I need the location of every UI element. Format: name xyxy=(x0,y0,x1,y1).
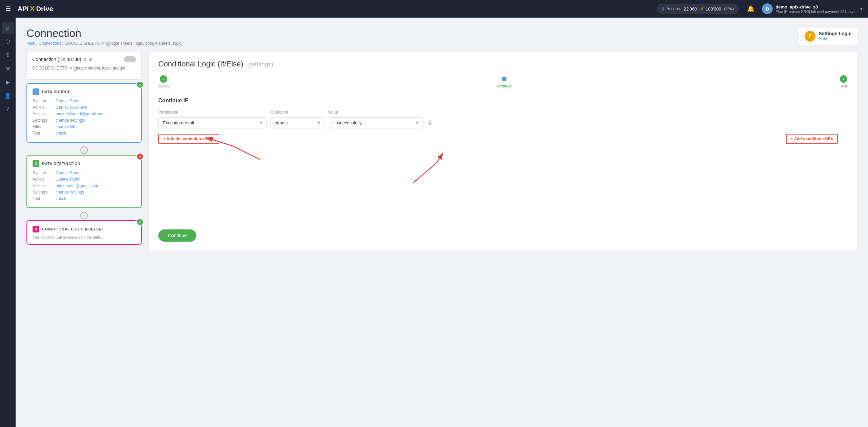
add-or-button[interactable]: + Add condition «OR» xyxy=(786,134,838,144)
left-panel: Connection (ID: 48730) ⧉ ⚙ GOOGLE SHEETS… xyxy=(26,51,142,250)
source-system-row: System Google Sheets xyxy=(33,99,136,103)
dest-settings-row: Settings change settings xyxy=(33,190,136,195)
copy-icon[interactable]: ⧉ xyxy=(83,57,86,62)
parameter-value: Execution result xyxy=(163,120,194,125)
top-navigation: ☰ API X Drive ℹ Actions: 22'060 of 100'0… xyxy=(0,0,868,18)
block-number-1: 1 xyxy=(33,88,39,95)
delete-condition-icon[interactable]: 🗑 xyxy=(428,119,434,126)
sidebar-item-media[interactable]: ▶ xyxy=(2,76,14,88)
dest-settings-value[interactable]: change settings xyxy=(56,190,84,195)
value-text: Unsuccessfully xyxy=(332,120,362,125)
dest-action-row: Action Update ROW xyxy=(33,177,136,182)
continue-button[interactable]: Continue xyxy=(158,229,196,242)
avatar: D xyxy=(762,3,773,14)
connection-title: Connection (ID: 48730) ⧉ ⚙ xyxy=(32,57,93,62)
settings-logic-button[interactable]: ? Settings Logic Help xyxy=(799,27,857,45)
stepper-test-label: Test xyxy=(840,84,847,88)
plus-connector-1: + xyxy=(26,145,142,155)
block-dest-rows: System Google Sheets Action Update ROW A… xyxy=(33,170,136,201)
logic-description: This condition will be triggered if the … xyxy=(33,235,136,239)
dest-system-value[interactable]: Google Sheets xyxy=(56,170,82,175)
actions-label: Actions: xyxy=(667,6,681,11)
source-filter-row: Filter change filter xyxy=(33,124,136,129)
stepper-settings-label: Settings xyxy=(497,84,512,88)
source-access-value[interactable]: maverickandrii@gmail.com xyxy=(56,111,104,116)
user-plan: Plan |Premium PRO| left until payment 26… xyxy=(775,9,855,14)
settings-logic-text: Settings Logic Help xyxy=(819,31,851,41)
add-and-button[interactable]: + Add the condition «And» xyxy=(158,134,219,144)
dest-access-row: Access riddleandrii@gmail.com xyxy=(33,183,136,188)
section-title: Continue IF xyxy=(158,98,847,104)
parameter-dropdown[interactable]: Execution result ▾ xyxy=(158,117,267,128)
stepper-action: ✓ Action xyxy=(158,75,169,88)
connection-subtitle: GOOGLE SHEETS -> (google sheets, logic, … xyxy=(32,66,136,70)
actions-used: 22'060 xyxy=(684,6,697,12)
page-header: Connection Main / Connections / GOOGLE S… xyxy=(26,27,857,46)
logo-x-text: X xyxy=(30,4,35,13)
source-filter-value[interactable]: change filter xyxy=(56,124,78,129)
user-menu-chevron-icon[interactable]: ▾ xyxy=(860,6,863,12)
source-test-value[interactable]: check xyxy=(56,131,66,136)
parameter-header: Parameter xyxy=(158,110,267,115)
stepper: ✓ Action Settings ✓ Test xyxy=(158,75,847,88)
operation-header: Operation xyxy=(270,110,324,115)
dest-access-value[interactable]: riddleandrii@gmail.com xyxy=(56,183,98,188)
menu-toggle[interactable]: ☰ xyxy=(5,5,11,13)
add-block-1-button[interactable]: + xyxy=(80,146,88,154)
notifications-bell-icon[interactable]: 🔔 xyxy=(747,5,754,13)
stepper-settings: Settings xyxy=(497,75,512,88)
sidebar-item-tools[interactable]: ⚒ xyxy=(2,62,14,75)
operation-chevron-icon: ▾ xyxy=(318,120,320,125)
stepper-test-dot: ✓ xyxy=(840,75,847,83)
sidebar-item-account[interactable]: 👤 xyxy=(2,89,14,102)
sidebar-item-home[interactable]: ⌂ xyxy=(2,22,14,34)
sidebar-item-help[interactable]: ? xyxy=(2,103,14,115)
page-title-area: Connection Main / Connections / GOOGLE S… xyxy=(26,27,183,46)
connection-info-card: Connection (ID: 48730) ⧉ ⚙ GOOGLE SHEETS… xyxy=(26,51,142,80)
question-icon: ? xyxy=(805,31,815,42)
gear-icon[interactable]: ⚙ xyxy=(88,57,93,62)
condition-row: Execution result ▾ equals ▾ Unsuccessful… xyxy=(158,117,847,128)
sidebar: ⌂ ⬡ $ ⚒ ▶ 👤 ? xyxy=(0,18,16,427)
sidebar-item-billing[interactable]: $ xyxy=(2,49,14,61)
dest-delete-badge[interactable]: ✕ xyxy=(136,153,144,160)
breadcrumb-current: GOOGLE SHEETS -> (google sheets, logic, … xyxy=(65,41,183,46)
actions-of: of xyxy=(699,6,703,11)
source-access-row: Access maverickandrii@gmail.com xyxy=(33,111,136,116)
actions-total: 100'000 xyxy=(706,6,721,12)
block-dest: ✕ 2 DATA DESTINATION System Google Sheet… xyxy=(26,155,142,208)
connection-toggle[interactable] xyxy=(124,56,136,62)
value-chevron-icon: ▾ xyxy=(416,120,418,125)
dest-test-value[interactable]: check xyxy=(56,196,66,201)
logo-api-text: API xyxy=(18,5,28,13)
breadcrumb-main[interactable]: Main xyxy=(26,41,35,46)
settings-logic-help: Help xyxy=(819,36,851,41)
info-icon: ℹ xyxy=(662,6,664,12)
condition-headers: Parameter Operation Value xyxy=(158,110,847,115)
source-settings-value[interactable]: change settings xyxy=(56,118,84,123)
actions-badge: ℹ Actions: 22'060 of 100'000 (22%) xyxy=(657,4,739,14)
dest-action-value[interactable]: Update ROW xyxy=(56,177,80,182)
add-block-2-button[interactable]: + xyxy=(80,212,88,219)
user-area: D demo_apix-drive_s3 Plan |Premium PRO| … xyxy=(762,3,863,14)
source-system-value[interactable]: Google Sheets xyxy=(56,99,82,103)
value-dropdown[interactable]: Unsuccessfully ▾ xyxy=(328,117,423,128)
logic-check-badge: ✓ xyxy=(136,218,144,226)
operation-dropdown[interactable]: equals ▾ xyxy=(270,117,324,128)
user-name: demo_apix-drive_s3 xyxy=(775,4,855,9)
settings-label: (settings) xyxy=(248,61,273,68)
actions-pct: (22%) xyxy=(724,7,734,11)
sidebar-item-connections[interactable]: ⬡ xyxy=(2,35,14,47)
breadcrumb-connections[interactable]: Connections xyxy=(39,41,61,46)
content-layout: Connection (ID: 48730) ⧉ ⚙ GOOGLE SHEETS… xyxy=(26,51,857,250)
logo: API X Drive xyxy=(18,4,53,13)
parameter-chevron-icon: ▾ xyxy=(260,120,262,125)
block-number-3: 3 xyxy=(33,226,39,232)
block-source-rows: System Google Sheets Action Get ROWS (ne… xyxy=(33,99,136,136)
stepper-settings-dot xyxy=(502,77,507,81)
block-dest-title: DATA DESTINATION xyxy=(42,162,80,166)
dest-test-row: Test check xyxy=(33,196,136,201)
block-logic: ✓ 3 CONDITIONAL LOGIC (IF/ELSE) This con… xyxy=(26,220,142,245)
source-action-value[interactable]: Get ROWS (new) xyxy=(56,105,87,110)
stepper-action-dot: ✓ xyxy=(160,75,167,83)
